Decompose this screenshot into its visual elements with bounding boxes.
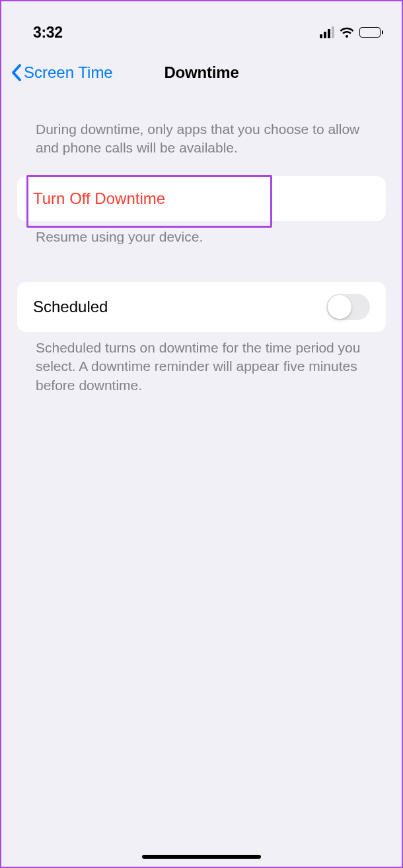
battery-icon <box>359 27 383 38</box>
intro-description: During downtime, only apps that you choo… <box>1 92 402 167</box>
status-bar: 3:32 <box>1 1 402 48</box>
turn-off-downtime-label: Turn Off Downtime <box>33 189 165 208</box>
back-button[interactable]: Screen Time <box>1 63 113 82</box>
wifi-icon <box>339 26 355 38</box>
chevron-left-icon <box>11 63 22 82</box>
page-title: Downtime <box>164 63 238 82</box>
nav-bar: Screen Time Downtime <box>1 53 402 92</box>
status-time: 3:32 <box>33 24 63 42</box>
home-indicator[interactable] <box>142 855 261 859</box>
scheduled-row: Scheduled <box>17 282 386 332</box>
toggle-knob <box>328 295 351 319</box>
turn-off-downtime-button[interactable]: Turn Off Downtime <box>17 176 386 221</box>
turn-off-caption: Resume using your device. <box>1 221 402 246</box>
scheduled-label: Scheduled <box>33 298 108 316</box>
screen: 3:32 Screen Time Downtime Duri <box>1 1 402 867</box>
scheduled-caption: Scheduled turns on downtime for the time… <box>1 332 402 395</box>
cellular-icon <box>320 26 334 38</box>
status-icons <box>320 26 383 38</box>
scheduled-toggle[interactable] <box>326 294 370 320</box>
back-label: Screen Time <box>24 63 113 82</box>
